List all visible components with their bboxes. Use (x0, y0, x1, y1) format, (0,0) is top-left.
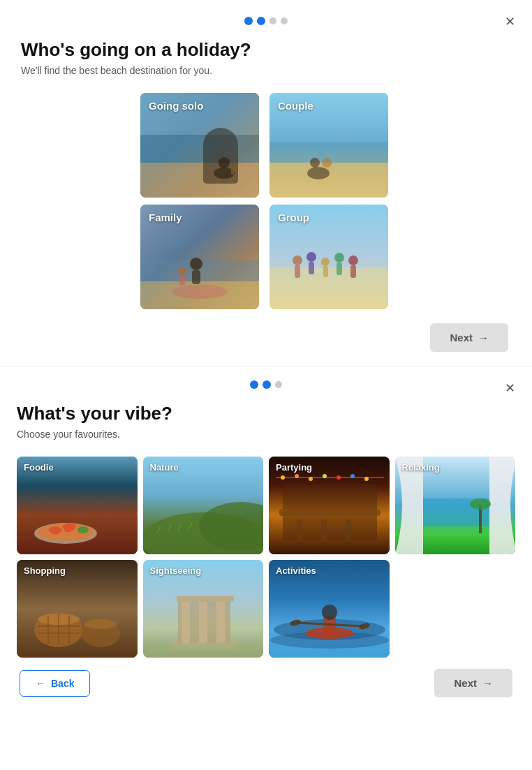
section2-subtitle: Choose your favourites. (17, 429, 515, 440)
vibe-card-sightseeing[interactable]: Sightseeing (143, 560, 264, 658)
progress-indicator-2 (17, 380, 515, 389)
vibe-activities-label: Activities (269, 560, 390, 658)
vibe-sightseeing-label: Sightseeing (143, 560, 264, 658)
card-couple[interactable]: Couple (269, 93, 388, 198)
vibe-card-nature[interactable]: Nature (143, 457, 264, 554)
vibe-grid-bottom: Shopping (17, 560, 515, 658)
vibe-card-shopping[interactable]: Shopping (17, 560, 138, 658)
card-group[interactable]: Group (269, 205, 388, 309)
vibe-partying-label: Partying (269, 457, 390, 554)
close-button-2[interactable]: ✕ (505, 380, 515, 396)
card-group-label: Group (269, 205, 388, 309)
progress-dot-1 (244, 17, 253, 25)
vibe-card-activities[interactable]: Activities (269, 560, 390, 658)
close-button-1[interactable]: ✕ (505, 14, 515, 29)
section1-next-row: Next → (21, 323, 511, 352)
progress-indicator-1 (21, 17, 511, 25)
section1-title: Who's going on a holiday? (21, 39, 511, 61)
vibe-card-partying[interactable]: Partying (269, 457, 390, 554)
card-couple-label: Couple (269, 93, 388, 198)
vibe-card-foodie[interactable]: Foodie (17, 457, 138, 554)
progress-dot-3 (269, 17, 276, 24)
progress-dot2-2 (263, 380, 271, 389)
progress-dot-2 (257, 17, 265, 25)
card-family-label: Family (140, 205, 259, 309)
vibe-shopping-label: Shopping (17, 560, 138, 658)
progress-dot2-3 (275, 381, 282, 388)
card-going-solo-label: Going solo (140, 93, 259, 198)
section2-next-button[interactable]: Next → (434, 669, 512, 697)
vibe-card-empty (395, 560, 516, 658)
section2-bottom-nav: ← Back Next → (17, 669, 515, 697)
vibe-card-relaxing[interactable]: Relaxing (395, 457, 516, 554)
section-who-is-going: ✕ Who's going on a holiday? We'll find t… (0, 0, 532, 367)
back-arrow-icon: ← (36, 678, 45, 689)
vibe-nature-label: Nature (143, 457, 264, 554)
next-arrow-icon-1: → (478, 332, 489, 343)
progress-dot2-1 (250, 380, 258, 389)
vibe-relaxing-label: Relaxing (395, 457, 516, 554)
next-arrow-icon-2: → (482, 677, 493, 689)
section-vibe: ✕ What's your vibe? Choose your favourit… (0, 367, 532, 711)
progress-dot-4 (281, 17, 288, 24)
vibe-foodie-label: Foodie (17, 457, 138, 554)
card-family[interactable]: Family (140, 205, 259, 309)
card-going-solo[interactable]: Going solo (140, 93, 259, 198)
section2-title: What's your vibe? (17, 403, 515, 424)
traveler-type-grid: Going solo (140, 93, 392, 309)
section1-next-button[interactable]: Next → (430, 323, 508, 352)
back-button[interactable]: ← Back (20, 670, 90, 697)
vibe-grid-top: Foodie (17, 457, 515, 554)
section1-subtitle: We'll find the best beach destination fo… (21, 65, 511, 76)
